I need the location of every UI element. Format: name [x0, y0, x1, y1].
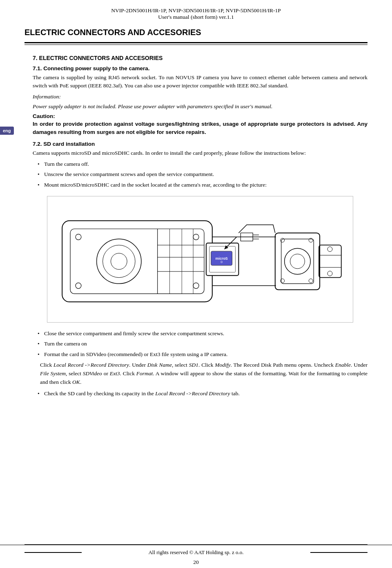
svg-point-32 — [309, 278, 313, 283]
header-line1: NVIP-2DN5001H/IR-1P, NVIP-3DN5001H/IR-1P… — [24, 7, 368, 14]
body-text-71: The camera is supplied by using RJ45 net… — [33, 74, 368, 90]
svg-point-2 — [97, 239, 141, 283]
info-label: Information: — [33, 93, 368, 101]
svg-point-29 — [281, 238, 285, 242]
bullets-72-third: Check the SD card by checking its capaci… — [37, 389, 368, 398]
svg-point-37 — [327, 271, 332, 276]
info-body: Power supply adapter is not included. Pl… — [33, 102, 368, 111]
svg-rect-33 — [319, 245, 341, 277]
bullet-72-2: Unscrew the service compartment screws a… — [37, 170, 368, 179]
header-line2: User's manual (short form) ver.1.1 — [24, 14, 368, 20]
bullets-72-second: Close the service compartment and firmly… — [37, 329, 368, 359]
content-area: 7. ELECTRIC CONNECTORS AND ACCESORIES 7.… — [0, 45, 392, 544]
footer: All rights reserved © AAT Holding sp. z … — [0, 545, 392, 559]
page: NVIP-2DN5001H/IR-1P, NVIP-3DN5001H/IR-1P… — [0, 0, 392, 568]
svg-rect-25 — [275, 233, 320, 290]
svg-point-4 — [111, 253, 127, 270]
indent-text-format: Click Local Record ->Record Directory. U… — [40, 361, 368, 387]
footer-line-right — [310, 552, 368, 553]
language-tab: eng — [0, 127, 14, 135]
bullet-72-close: Close the service compartment and firmly… — [37, 329, 368, 338]
page-main-title: ELECTRIC CONNECTORS AND ACCESORIES — [0, 24, 392, 40]
intro-72: Camera supports microSD and microSDHC ca… — [33, 149, 368, 157]
svg-point-27 — [285, 248, 311, 274]
footer-line-left — [24, 552, 82, 553]
page-number: 20 — [0, 559, 392, 568]
bullets-72-first: Turn the camera off. Unscrew the service… — [37, 160, 368, 189]
bullet-72-turnon: Turn the camera on — [37, 339, 368, 348]
svg-point-36 — [327, 247, 332, 252]
svg-point-6 — [76, 283, 81, 288]
caution-body: In order to provide protection against v… — [33, 120, 368, 137]
svg-text:microS: microS — [216, 256, 228, 261]
svg-rect-0 — [62, 221, 212, 302]
bullet-72-check: Check the SD card by checking its capaci… — [37, 389, 368, 398]
svg-point-5 — [76, 234, 81, 240]
svg-rect-26 — [281, 239, 314, 283]
subsection-71-title: 7.1. Connecting power supply to the came… — [33, 65, 368, 71]
bullet-72-3: Mount microSD/microSDHC card in the sock… — [37, 180, 368, 189]
svg-point-7 — [193, 234, 199, 240]
svg-point-28 — [290, 254, 305, 269]
top-rule-thick — [24, 42, 368, 43]
bullet-72-1: Turn the camera off. — [37, 160, 368, 169]
svg-rect-1 — [70, 229, 204, 294]
svg-point-3 — [103, 245, 135, 277]
svg-point-8 — [193, 283, 199, 288]
section-7-title: 7. ELECTRIC CONNECTORS AND ACCESORIES — [33, 55, 368, 61]
subsection-72-title: 7.2. SD card installation — [33, 141, 368, 147]
camera-diagram-container: microS D — [33, 196, 368, 323]
footer-text: All rights reserved © AAT Holding sp. z … — [148, 549, 243, 556]
svg-text:D: D — [220, 260, 223, 263]
header: NVIP-2DN5001H/IR-1P, NVIP-3DN5001H/IR-1P… — [0, 0, 392, 24]
caution-label: Caution: — [33, 113, 368, 119]
camera-diagram: microS D — [47, 196, 353, 323]
bullet-72-format: Format the card in SDVideo (recommended)… — [37, 350, 368, 359]
